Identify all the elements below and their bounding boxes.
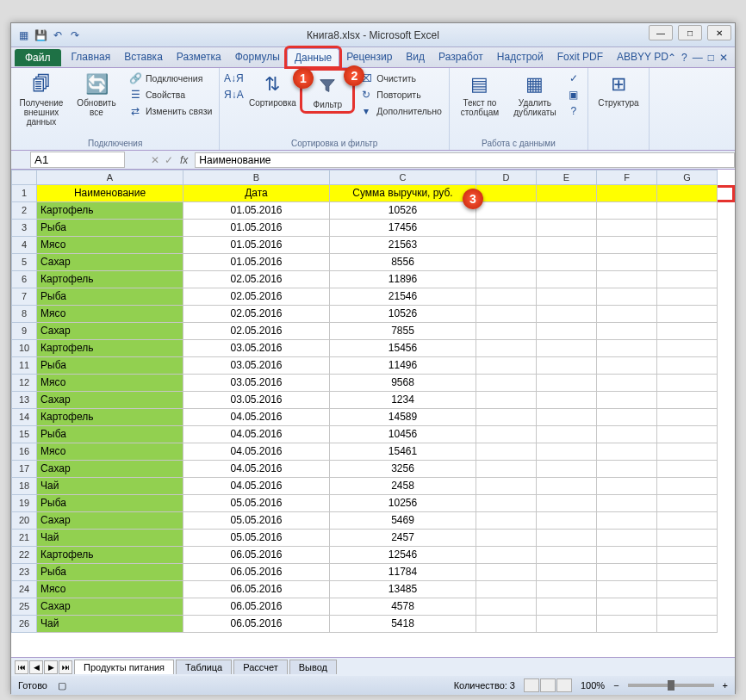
cell-E26[interactable]: [537, 616, 597, 633]
cell-E6[interactable]: [537, 271, 597, 288]
cell-D8[interactable]: [476, 306, 537, 323]
row-header[interactable]: 3: [11, 220, 37, 237]
cell-B24[interactable]: 06.05.2016: [183, 581, 330, 598]
cell-F10[interactable]: [597, 340, 657, 357]
cell-E9[interactable]: [537, 323, 597, 340]
data-validation-button[interactable]: ✓: [565, 71, 582, 86]
cell-G2[interactable]: [657, 202, 718, 220]
cell-D18[interactable]: [476, 478, 537, 495]
mdi-max-icon[interactable]: □: [708, 52, 714, 64]
cell-D26[interactable]: [476, 616, 537, 633]
save-icon[interactable]: 💾: [34, 28, 47, 42]
cell-C6[interactable]: 11896: [330, 271, 476, 288]
cell-G17[interactable]: [657, 461, 718, 478]
cell-C24[interactable]: 13485: [330, 581, 476, 598]
whatif-button[interactable]: ?: [565, 103, 582, 119]
ribbon-tab-вставка[interactable]: Вставка: [117, 48, 170, 66]
cell-E14[interactable]: [537, 409, 597, 426]
cell-A14[interactable]: Картофель: [37, 409, 183, 426]
cell-D25[interactable]: [476, 598, 537, 616]
cell-D7[interactable]: [476, 288, 537, 306]
formula-bar[interactable]: Наименование: [195, 152, 735, 168]
cell-G1[interactable]: [657, 185, 718, 202]
cell-F21[interactable]: [597, 530, 657, 547]
cell-D9[interactable]: [476, 323, 537, 340]
ribbon-tab-foxit pdf[interactable]: Foxit PDF: [550, 48, 610, 66]
cell-A20[interactable]: Сахар: [37, 512, 183, 530]
cell-F17[interactable]: [597, 461, 657, 478]
cell-F15[interactable]: [597, 426, 657, 443]
cell-F9[interactable]: [597, 323, 657, 340]
minimize-button[interactable]: —: [649, 25, 673, 40]
clear-filter-button[interactable]: ⌧Очистить: [357, 71, 444, 86]
cell-E3[interactable]: [537, 220, 597, 237]
cell-E21[interactable]: [537, 530, 597, 547]
cell-F6[interactable]: [597, 271, 657, 288]
cell-C20[interactable]: 5469: [330, 512, 476, 530]
cell-B18[interactable]: 04.05.2016: [183, 478, 330, 495]
cell-D5[interactable]: [476, 254, 537, 271]
cell-G12[interactable]: [657, 375, 718, 392]
col-header-B[interactable]: B: [183, 170, 330, 185]
cancel-formula-icon[interactable]: ✕: [151, 154, 159, 166]
zoom-in-button[interactable]: +: [723, 680, 728, 691]
cell-A5[interactable]: Сахар: [37, 254, 183, 271]
tab-nav-first[interactable]: ⏮: [15, 660, 28, 674]
cell-A4[interactable]: Мясо: [37, 237, 183, 254]
mdi-close-icon[interactable]: ✕: [719, 52, 728, 64]
cell-B19[interactable]: 05.05.2016: [183, 495, 330, 512]
cell-E22[interactable]: [537, 547, 597, 564]
cell-E1[interactable]: [537, 185, 597, 202]
cell-C25[interactable]: 4578: [330, 598, 476, 616]
fx-icon[interactable]: fx: [180, 154, 188, 166]
col-header-E[interactable]: E: [537, 170, 597, 185]
cell-G19[interactable]: [657, 495, 718, 512]
row-header[interactable]: 20: [11, 512, 37, 530]
cell-E5[interactable]: [537, 254, 597, 271]
row-header[interactable]: 8: [11, 306, 37, 323]
cell-B16[interactable]: 04.05.2016: [183, 443, 330, 461]
cell-A9[interactable]: Сахар: [37, 323, 183, 340]
cell-B21[interactable]: 05.05.2016: [183, 530, 330, 547]
cell-G15[interactable]: [657, 426, 718, 443]
cell-F26[interactable]: [597, 616, 657, 633]
cell-D10[interactable]: [476, 340, 537, 357]
cell-D24[interactable]: [476, 581, 537, 598]
reapply-button[interactable]: ↻Повторить: [357, 87, 444, 102]
tab-nav-next[interactable]: ▶: [44, 660, 58, 674]
cell-D2[interactable]: [476, 202, 537, 220]
cell-D12[interactable]: [476, 375, 537, 392]
close-button[interactable]: ✕: [707, 25, 731, 40]
ribbon-tab-рецензир[interactable]: Рецензир: [339, 48, 399, 66]
cell-C19[interactable]: 10256: [330, 495, 476, 512]
ribbon-tab-данные[interactable]: Данные1: [287, 48, 339, 66]
row-header[interactable]: 4: [11, 237, 37, 254]
cell-D16[interactable]: [476, 443, 537, 461]
tab-nav-last[interactable]: ⏭: [59, 660, 72, 674]
cell-C10[interactable]: 15456: [330, 340, 476, 357]
cell-E19[interactable]: [537, 495, 597, 512]
cell-C23[interactable]: 11784: [330, 564, 476, 581]
row-header[interactable]: 10: [11, 340, 37, 357]
cell-F4[interactable]: [597, 237, 657, 254]
sort-asc-button[interactable]: А↓Я: [225, 71, 242, 86]
undo-icon[interactable]: ↶: [51, 28, 65, 42]
cell-B5[interactable]: 01.05.2016: [183, 254, 330, 271]
cell-E13[interactable]: [537, 392, 597, 409]
cell-A25[interactable]: Сахар: [37, 598, 183, 616]
name-box[interactable]: [30, 152, 125, 168]
cell-B9[interactable]: 02.05.2016: [183, 323, 330, 340]
cell-F20[interactable]: [597, 512, 657, 530]
col-header-C[interactable]: C: [330, 170, 476, 185]
cell-F18[interactable]: [597, 478, 657, 495]
cell-A7[interactable]: Рыба: [37, 288, 183, 306]
ribbon-tab-abbyy pd[interactable]: ABBYY PD: [610, 48, 675, 66]
row-header[interactable]: 15: [11, 426, 37, 443]
cell-C17[interactable]: 3256: [330, 461, 476, 478]
cell-G10[interactable]: [657, 340, 718, 357]
macro-record-icon[interactable]: ▢: [58, 680, 66, 691]
cell-G26[interactable]: [657, 616, 718, 633]
col-header-F[interactable]: F: [597, 170, 657, 185]
cell-B14[interactable]: 04.05.2016: [183, 409, 330, 426]
row-header[interactable]: 21: [11, 530, 37, 547]
